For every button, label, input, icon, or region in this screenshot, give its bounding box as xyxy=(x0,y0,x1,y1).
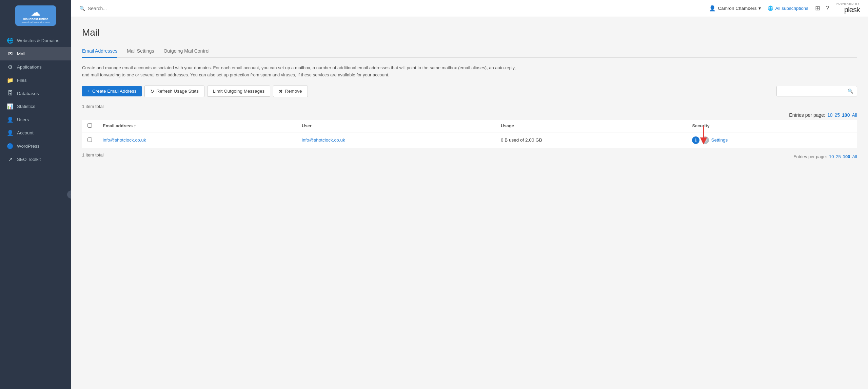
toolbar: + Create Email Address ↻ Refresh Usage S… xyxy=(82,86,857,97)
tab-mail-settings[interactable]: Mail Settings xyxy=(127,45,154,58)
databases-icon: 🗄 xyxy=(7,90,14,96)
table-row: info@shotclock.co.uk info@shotclock.co.u… xyxy=(82,132,857,148)
refresh-icon: ↻ xyxy=(150,89,154,94)
col-security: Security xyxy=(687,120,857,132)
user-name: Camron Chambers xyxy=(718,6,756,11)
per-page-10-bottom[interactable]: 10 xyxy=(829,154,834,159)
usage-value: 0 B used of 2.00 GB xyxy=(501,137,542,143)
user-menu[interactable]: 👤 Camron Chambers ▾ xyxy=(709,5,761,12)
plus-icon: + xyxy=(87,89,90,94)
sidebar-item-label: Statistics xyxy=(17,104,35,109)
create-email-label: Create Email Address xyxy=(92,89,137,94)
subscriptions-label: All subscriptions xyxy=(775,6,808,11)
settings-link[interactable]: Settings xyxy=(711,137,728,143)
chevron-down-icon: ▾ xyxy=(758,5,761,11)
wordpress-icon: 🔵 xyxy=(7,143,14,149)
plesk-brand: plesk xyxy=(836,6,860,14)
sidebar-nav: 🌐 Websites & Domains ✉ Mail ⚙ Applicatio… xyxy=(0,31,71,389)
search-input[interactable] xyxy=(88,6,149,11)
entries-label-bottom: Entries per page: xyxy=(793,154,827,159)
sidebar-item-users[interactable]: 👤 Users xyxy=(0,113,71,126)
header-icons: ⊞ ? xyxy=(815,4,829,12)
search-box[interactable]: 🔍 xyxy=(79,6,149,11)
security-icons: ℹ 🛡 Settings xyxy=(692,136,852,144)
sidebar-item-label: Account xyxy=(17,130,34,135)
sidebar-item-websites-domains[interactable]: 🌐 Websites & Domains xyxy=(0,34,71,47)
sidebar-item-wordpress[interactable]: 🔵 WordPress xyxy=(0,140,71,153)
tab-email-addresses[interactable]: Email Addresses xyxy=(82,45,117,58)
files-icon: 📁 xyxy=(7,77,14,84)
sidebar-item-databases[interactable]: 🗄 Databases xyxy=(0,87,71,100)
header-right: 👤 Camron Chambers ▾ 🌐 All subscriptions … xyxy=(709,2,860,14)
email-address-link[interactable]: info@shotclock.co.uk xyxy=(103,137,146,143)
logo-subtext: www.cloudhost-online.com xyxy=(22,21,50,23)
table-search-button[interactable]: 🔍 xyxy=(844,86,857,96)
sidebar-item-label: WordPress xyxy=(17,144,40,149)
sidebar-item-label: Applications xyxy=(17,64,42,70)
per-page-all-bottom[interactable]: All xyxy=(852,154,857,159)
sidebar-logo: ☁ Cloudhost-Online www.cloudhost-online.… xyxy=(0,0,71,31)
tabs: Email Addresses Mail Settings Outgoing M… xyxy=(82,45,857,58)
help-icon[interactable]: ? xyxy=(826,5,829,12)
logo-box: ☁ Cloudhost-Online www.cloudhost-online.… xyxy=(15,5,56,26)
entries-per-page-bottom: Entries per page: 10 25 100 All xyxy=(793,154,857,159)
search-icon: 🔍 xyxy=(79,6,85,11)
extensions-icon[interactable]: ⊞ xyxy=(815,4,820,12)
per-page-100-top[interactable]: 100 xyxy=(842,112,850,118)
limit-outgoing-button[interactable]: Limit Outgoing Messages xyxy=(207,86,270,97)
sidebar-item-label: Users xyxy=(17,117,29,122)
sidebar-item-files[interactable]: 📁 Files xyxy=(0,74,71,87)
user-link[interactable]: info@shotclock.co.uk xyxy=(302,137,345,143)
globe-icon: 🌐 xyxy=(768,5,773,11)
per-page-10-top[interactable]: 10 xyxy=(827,112,833,118)
pagination-bottom: 1 item total Entries per page: 10 25 100… xyxy=(82,152,857,161)
subscriptions-link[interactable]: 🌐 All subscriptions xyxy=(768,5,808,11)
users-icon: 👤 xyxy=(7,116,14,123)
col-user: User xyxy=(296,120,495,132)
toolbar-search: 🔍 xyxy=(776,86,857,96)
account-icon: 👤 xyxy=(7,130,14,136)
col-email: Email address ↑ xyxy=(97,120,296,132)
col-usage: Usage xyxy=(495,120,687,132)
items-count-bottom: 1 item total xyxy=(82,152,104,158)
table-search-input[interactable] xyxy=(776,86,844,96)
tab-outgoing-mail-control[interactable]: Outgoing Mail Control xyxy=(163,45,209,58)
per-page-100-bottom[interactable]: 100 xyxy=(843,154,850,159)
refresh-usage-button[interactable]: ↻ Refresh Usage Stats xyxy=(144,86,204,97)
pagination-top: Entries per page: 10 25 100 All xyxy=(82,112,857,118)
info-security-icon: ℹ xyxy=(692,136,699,144)
refresh-label: Refresh Usage Stats xyxy=(156,89,199,94)
sidebar-item-applications[interactable]: ⚙ Applications xyxy=(0,60,71,74)
per-page-all-top[interactable]: All xyxy=(852,112,857,118)
remove-button[interactable]: ✖ Remove xyxy=(273,86,308,97)
per-page-25-top[interactable]: 25 xyxy=(835,112,840,118)
sidebar-item-label: Files xyxy=(17,78,27,83)
shield-security-icon: 🛡 xyxy=(702,136,709,144)
sidebar-item-label: Mail xyxy=(17,51,25,56)
main-area: 🔍 👤 Camron Chambers ▾ 🌐 All subscription… xyxy=(71,0,868,389)
sidebar-item-mail[interactable]: ✉ Mail xyxy=(0,47,71,60)
sidebar-item-label: SEO Toolkit xyxy=(17,157,41,162)
seo-icon: ↗ xyxy=(7,156,14,163)
sidebar: ☁ Cloudhost-Online www.cloudhost-online.… xyxy=(0,0,71,389)
sidebar-item-account[interactable]: 👤 Account xyxy=(0,126,71,140)
sidebar-item-seo-toolkit[interactable]: ↗ SEO Toolkit xyxy=(0,153,71,166)
per-page-25-bottom[interactable]: 25 xyxy=(836,154,841,159)
remove-label: Remove xyxy=(285,89,302,94)
page-description: Create and manage email accounts associa… xyxy=(82,64,523,79)
websites-icon: 🌐 xyxy=(7,37,14,44)
logo-name: Cloudhost-Online xyxy=(23,17,48,21)
search-icon: 🔍 xyxy=(848,89,853,94)
entries-per-page-top: Entries per page: 10 25 100 All xyxy=(789,112,857,118)
top-header: 🔍 👤 Camron Chambers ▾ 🌐 All subscription… xyxy=(71,0,868,17)
select-all-checkbox[interactable] xyxy=(87,123,92,128)
page-title: Mail xyxy=(82,27,857,38)
sidebar-item-label: Websites & Domains xyxy=(17,38,59,43)
create-email-button[interactable]: + Create Email Address xyxy=(82,86,142,96)
limit-label: Limit Outgoing Messages xyxy=(213,89,264,94)
sidebar-item-statistics[interactable]: 📊 Statistics xyxy=(0,100,71,113)
row-checkbox[interactable] xyxy=(87,137,92,142)
plesk-logo: POWERED BY plesk xyxy=(836,2,860,14)
sidebar-item-label: Databases xyxy=(17,91,39,96)
cloud-icon: ☁ xyxy=(31,8,40,17)
